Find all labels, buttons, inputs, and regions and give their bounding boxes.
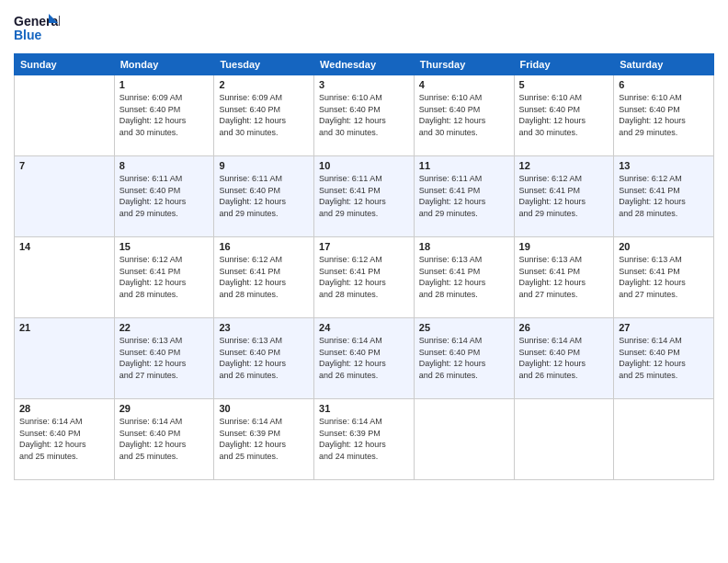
calendar-cell: 21 [15, 318, 115, 399]
calendar-cell [414, 399, 514, 480]
logo: GeneralBlue [14, 9, 60, 46]
page-header: GeneralBlue [14, 9, 714, 46]
day-info: Sunrise: 6:14 AM Sunset: 6:40 PM Dayligh… [19, 416, 109, 462]
day-number: 1 [119, 79, 210, 90]
calendar-header-sunday: Sunday [15, 54, 115, 75]
calendar-cell: 1Sunrise: 6:09 AM Sunset: 6:40 PM Daylig… [114, 75, 214, 156]
calendar-cell: 16Sunrise: 6:12 AM Sunset: 6:41 PM Dayli… [214, 237, 314, 318]
day-number: 5 [519, 79, 609, 90]
day-number: 23 [219, 322, 309, 333]
calendar-cell: 10Sunrise: 6:11 AM Sunset: 6:41 PM Dayli… [314, 156, 415, 237]
calendar-cell: 7 [15, 156, 115, 237]
day-info: Sunrise: 6:14 AM Sunset: 6:39 PM Dayligh… [319, 416, 409, 462]
calendar-header-monday: Monday [114, 54, 214, 75]
day-info: Sunrise: 6:10 AM Sunset: 6:40 PM Dayligh… [319, 92, 409, 138]
calendar-header-tuesday: Tuesday [214, 54, 314, 75]
calendar-cell: 9Sunrise: 6:11 AM Sunset: 6:40 PM Daylig… [214, 156, 314, 237]
calendar-header-saturday: Saturday [614, 54, 714, 75]
day-number: 31 [319, 403, 409, 414]
day-number: 28 [19, 403, 109, 414]
calendar-week-4: 2122Sunrise: 6:13 AM Sunset: 6:40 PM Day… [15, 318, 714, 399]
day-number: 25 [419, 322, 509, 333]
day-number: 24 [319, 322, 409, 333]
day-number: 27 [619, 322, 709, 333]
day-info: Sunrise: 6:10 AM Sunset: 6:40 PM Dayligh… [419, 92, 509, 138]
calendar-week-3: 1415Sunrise: 6:12 AM Sunset: 6:41 PM Day… [15, 237, 714, 318]
day-number: 22 [119, 322, 210, 333]
day-number: 9 [219, 160, 309, 171]
day-number: 30 [219, 403, 309, 414]
calendar-cell: 18Sunrise: 6:13 AM Sunset: 6:41 PM Dayli… [414, 237, 514, 318]
day-info: Sunrise: 6:11 AM Sunset: 6:40 PM Dayligh… [119, 173, 210, 219]
day-number: 2 [219, 79, 309, 90]
day-info: Sunrise: 6:13 AM Sunset: 6:40 PM Dayligh… [119, 335, 210, 381]
day-info: Sunrise: 6:14 AM Sunset: 6:40 PM Dayligh… [319, 335, 409, 381]
svg-text:Blue: Blue [14, 28, 42, 42]
day-info: Sunrise: 6:12 AM Sunset: 6:41 PM Dayligh… [519, 173, 609, 219]
calendar-table: SundayMondayTuesdayWednesdayThursdayFrid… [14, 53, 714, 480]
day-number: 17 [319, 241, 409, 252]
calendar-cell [514, 399, 614, 480]
day-number: 7 [19, 160, 109, 171]
calendar-cell: 5Sunrise: 6:10 AM Sunset: 6:40 PM Daylig… [514, 75, 614, 156]
day-number: 3 [319, 79, 409, 90]
calendar-cell: 26Sunrise: 6:14 AM Sunset: 6:40 PM Dayli… [514, 318, 614, 399]
calendar-week-5: 28Sunrise: 6:14 AM Sunset: 6:40 PM Dayli… [15, 399, 714, 480]
day-number: 10 [319, 160, 409, 171]
day-number: 19 [519, 241, 609, 252]
calendar-cell: 14 [15, 237, 115, 318]
calendar-header-thursday: Thursday [414, 54, 514, 75]
day-info: Sunrise: 6:12 AM Sunset: 6:41 PM Dayligh… [619, 173, 709, 219]
day-number: 21 [19, 322, 109, 333]
day-number: 13 [619, 160, 709, 171]
day-info: Sunrise: 6:13 AM Sunset: 6:41 PM Dayligh… [419, 254, 509, 300]
day-number: 8 [119, 160, 210, 171]
calendar-cell: 13Sunrise: 6:12 AM Sunset: 6:41 PM Dayli… [614, 156, 714, 237]
logo-icon: GeneralBlue [14, 9, 60, 46]
day-info: Sunrise: 6:14 AM Sunset: 6:40 PM Dayligh… [619, 335, 709, 381]
calendar-cell: 28Sunrise: 6:14 AM Sunset: 6:40 PM Dayli… [15, 399, 115, 480]
day-number: 16 [219, 241, 309, 252]
calendar-cell: 31Sunrise: 6:14 AM Sunset: 6:39 PM Dayli… [314, 399, 415, 480]
day-info: Sunrise: 6:13 AM Sunset: 6:40 PM Dayligh… [219, 335, 309, 381]
day-info: Sunrise: 6:11 AM Sunset: 6:40 PM Dayligh… [219, 173, 309, 219]
calendar-cell: 11Sunrise: 6:11 AM Sunset: 6:41 PM Dayli… [414, 156, 514, 237]
day-number: 26 [519, 322, 609, 333]
calendar-week-1: 1Sunrise: 6:09 AM Sunset: 6:40 PM Daylig… [15, 75, 714, 156]
day-number: 6 [619, 79, 709, 90]
calendar-cell: 15Sunrise: 6:12 AM Sunset: 6:41 PM Dayli… [114, 237, 214, 318]
day-info: Sunrise: 6:10 AM Sunset: 6:40 PM Dayligh… [619, 92, 709, 138]
day-info: Sunrise: 6:14 AM Sunset: 6:40 PM Dayligh… [519, 335, 609, 381]
day-number: 29 [119, 403, 210, 414]
day-info: Sunrise: 6:12 AM Sunset: 6:41 PM Dayligh… [119, 254, 210, 300]
day-info: Sunrise: 6:13 AM Sunset: 6:41 PM Dayligh… [519, 254, 609, 300]
calendar-header-row: SundayMondayTuesdayWednesdayThursdayFrid… [15, 54, 714, 75]
calendar-cell: 23Sunrise: 6:13 AM Sunset: 6:40 PM Dayli… [214, 318, 314, 399]
day-number: 20 [619, 241, 709, 252]
day-info: Sunrise: 6:11 AM Sunset: 6:41 PM Dayligh… [319, 173, 409, 219]
calendar-cell: 30Sunrise: 6:14 AM Sunset: 6:39 PM Dayli… [214, 399, 314, 480]
day-info: Sunrise: 6:11 AM Sunset: 6:41 PM Dayligh… [419, 173, 509, 219]
day-number: 18 [419, 241, 509, 252]
calendar-cell [614, 399, 714, 480]
calendar-cell: 24Sunrise: 6:14 AM Sunset: 6:40 PM Dayli… [314, 318, 415, 399]
calendar-header-friday: Friday [514, 54, 614, 75]
day-number: 4 [419, 79, 509, 90]
day-info: Sunrise: 6:14 AM Sunset: 6:40 PM Dayligh… [119, 416, 210, 462]
day-number: 12 [519, 160, 609, 171]
calendar-cell: 17Sunrise: 6:12 AM Sunset: 6:41 PM Dayli… [314, 237, 415, 318]
calendar-cell: 22Sunrise: 6:13 AM Sunset: 6:40 PM Dayli… [114, 318, 214, 399]
calendar-cell: 20Sunrise: 6:13 AM Sunset: 6:41 PM Dayli… [614, 237, 714, 318]
calendar-cell: 27Sunrise: 6:14 AM Sunset: 6:40 PM Dayli… [614, 318, 714, 399]
day-info: Sunrise: 6:12 AM Sunset: 6:41 PM Dayligh… [319, 254, 409, 300]
calendar-cell: 29Sunrise: 6:14 AM Sunset: 6:40 PM Dayli… [114, 399, 214, 480]
day-info: Sunrise: 6:13 AM Sunset: 6:41 PM Dayligh… [619, 254, 709, 300]
calendar-cell: 6Sunrise: 6:10 AM Sunset: 6:40 PM Daylig… [614, 75, 714, 156]
day-number: 15 [119, 241, 210, 252]
day-info: Sunrise: 6:14 AM Sunset: 6:39 PM Dayligh… [219, 416, 309, 462]
calendar-cell [15, 75, 115, 156]
day-info: Sunrise: 6:09 AM Sunset: 6:40 PM Dayligh… [119, 92, 210, 138]
calendar-cell: 12Sunrise: 6:12 AM Sunset: 6:41 PM Dayli… [514, 156, 614, 237]
calendar-cell: 25Sunrise: 6:14 AM Sunset: 6:40 PM Dayli… [414, 318, 514, 399]
day-info: Sunrise: 6:14 AM Sunset: 6:40 PM Dayligh… [419, 335, 509, 381]
